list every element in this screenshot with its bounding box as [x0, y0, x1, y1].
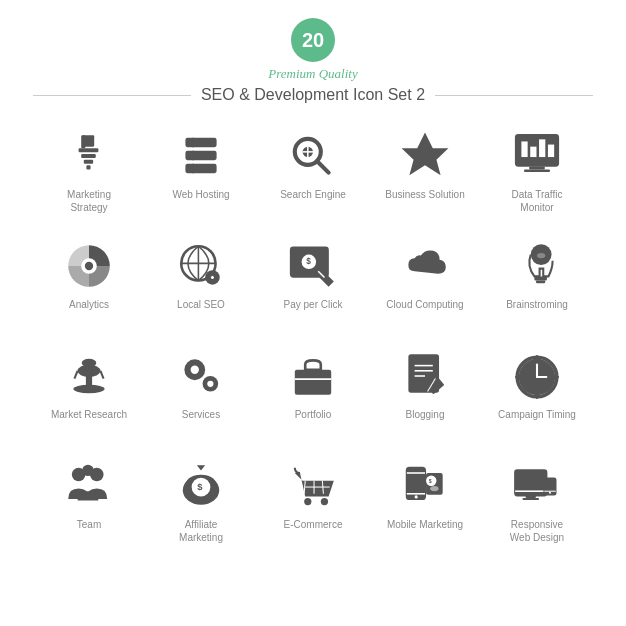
- svg-point-56: [82, 359, 97, 367]
- responsive-web-design-label: ResponsiveWeb Design: [510, 518, 564, 544]
- icon-cell-services: Services: [145, 338, 257, 448]
- analytics-label: Analytics: [69, 298, 109, 311]
- cloud-computing-label: Cloud Computing: [386, 298, 463, 311]
- icon-cell-team: Team: [33, 448, 145, 558]
- svg-point-96: [415, 495, 418, 498]
- icon-cell-campaign-timing: Campaign Timing: [481, 338, 593, 448]
- affiliate-marketing-icon: $: [175, 460, 227, 512]
- svg-line-55: [100, 371, 103, 379]
- svg-point-13: [209, 166, 213, 170]
- local-seo-icon: [175, 240, 227, 292]
- marketing-strategy-icon: [63, 130, 115, 182]
- svg-point-14: [202, 166, 206, 170]
- market-research-icon: [63, 350, 115, 402]
- svg-point-60: [207, 381, 213, 387]
- campaign-timing-label: Campaign Timing: [498, 408, 576, 421]
- svg-point-7: [209, 140, 213, 144]
- icon-cell-data-traffic-monitor: Data TrafficMonitor: [481, 118, 593, 228]
- svg-rect-28: [539, 139, 545, 157]
- brainstroming-label: Brainstroming: [506, 298, 568, 311]
- title-divider: SEO & Development Icon Set 2: [33, 86, 593, 104]
- icon-cell-mobile-marketing: $ Mobile Marketing: [369, 448, 481, 558]
- icon-cell-cloud-computing: Cloud Computing: [369, 228, 481, 338]
- icon-cell-portfolio: Portfolio: [257, 338, 369, 448]
- svg-point-87: [321, 498, 328, 505]
- svg-point-58: [191, 366, 199, 374]
- svg-rect-30: [529, 166, 545, 169]
- svg-rect-5: [81, 135, 85, 148]
- svg-rect-48: [534, 276, 546, 280]
- blogging-label: Blogging: [406, 408, 445, 421]
- svg-point-33: [85, 262, 93, 270]
- premium-label: Premium Quality: [268, 66, 357, 82]
- svg-text:$: $: [429, 478, 432, 484]
- portfolio-icon: [287, 350, 339, 402]
- business-solution-label: Business Solution: [385, 188, 465, 201]
- svg-rect-2: [81, 154, 96, 158]
- services-label: Services: [182, 408, 220, 421]
- icon-cell-responsive-web-design: ResponsiveWeb Design: [481, 448, 593, 558]
- svg-text:$: $: [197, 482, 203, 492]
- svg-rect-61: [295, 370, 331, 395]
- data-traffic-monitor-icon: [511, 130, 563, 182]
- pay-per-click-label: Pay per Click: [284, 298, 343, 311]
- svg-marker-85: [197, 465, 205, 470]
- svg-point-86: [304, 498, 311, 505]
- web-hosting-label: Web Hosting: [172, 188, 229, 201]
- svg-point-11: [202, 153, 206, 157]
- svg-rect-4: [86, 165, 90, 169]
- badge-number: 20: [291, 18, 335, 62]
- business-solution-icon: [399, 130, 451, 182]
- svg-point-100: [430, 486, 438, 491]
- icon-cell-business-solution: Business Solution: [369, 118, 481, 228]
- main-title: SEO & Development Icon Set 2: [201, 86, 425, 104]
- portfolio-label: Portfolio: [295, 408, 332, 421]
- blogging-icon: [399, 350, 451, 402]
- svg-point-8: [202, 140, 206, 144]
- team-label: Team: [77, 518, 101, 531]
- icon-grid: MarketingStrategy Web Hosting S: [33, 118, 593, 558]
- svg-rect-3: [84, 160, 93, 164]
- svg-rect-27: [530, 147, 536, 157]
- icon-cell-marketing-strategy: MarketingStrategy: [33, 118, 145, 228]
- svg-point-10: [209, 153, 213, 157]
- search-engine-icon: [287, 130, 339, 182]
- icon-cell-analytics: Analytics: [33, 228, 145, 338]
- market-research-label: Market Research: [51, 408, 127, 421]
- icon-cell-brainstroming: Brainstroming: [481, 228, 593, 338]
- marketing-strategy-label: MarketingStrategy: [67, 188, 111, 214]
- affiliate-marketing-label: AffiliateMarketing: [179, 518, 223, 544]
- svg-point-47: [537, 253, 545, 258]
- icon-cell-web-hosting: Web Hosting: [145, 118, 257, 228]
- analytics-icon: [63, 240, 115, 292]
- svg-rect-31: [524, 170, 550, 173]
- search-engine-label: Search Engine: [280, 188, 346, 201]
- svg-point-81: [82, 465, 93, 476]
- svg-rect-105: [522, 498, 539, 500]
- svg-marker-23: [402, 133, 449, 176]
- e-commerce-label: E-Commerce: [284, 518, 343, 531]
- icon-cell-blogging: Blogging: [369, 338, 481, 448]
- svg-rect-1: [79, 148, 99, 152]
- campaign-timing-icon: [511, 350, 563, 402]
- svg-point-53: [85, 367, 93, 375]
- svg-point-109: [549, 492, 551, 494]
- e-commerce-icon: [287, 460, 339, 512]
- header: 20 Premium Quality SEO & Development Ico…: [33, 0, 593, 104]
- mobile-marketing-label: Mobile Marketing: [387, 518, 463, 531]
- svg-line-19: [317, 161, 328, 172]
- icon-cell-affiliate-marketing: $ AffiliateMarketing: [145, 448, 257, 558]
- icon-cell-pay-per-click: $ Pay per Click: [257, 228, 369, 338]
- svg-rect-26: [521, 141, 527, 157]
- mobile-marketing-icon: $: [399, 460, 451, 512]
- pay-per-click-icon: $: [287, 240, 339, 292]
- svg-line-54: [74, 371, 77, 379]
- icon-cell-e-commerce: E-Commerce: [257, 448, 369, 558]
- icon-cell-search-engine: Search Engine: [257, 118, 369, 228]
- svg-rect-49: [536, 281, 545, 284]
- icon-cell-market-research: Market Research: [33, 338, 145, 448]
- services-icon: [175, 350, 227, 402]
- brainstroming-icon: [511, 240, 563, 292]
- web-hosting-icon: [175, 130, 227, 182]
- team-icon: [63, 460, 115, 512]
